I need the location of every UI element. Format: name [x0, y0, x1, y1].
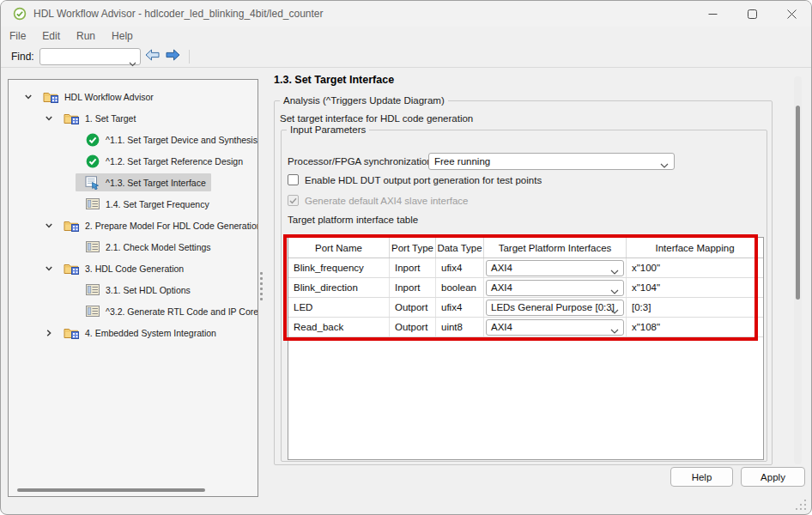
tree-item-1-2-set-target-reference-design[interactable]: ^1.2. Set Target Reference Design — [9, 150, 258, 172]
tree-item-1-set-target[interactable]: 1. Set Target — [9, 107, 258, 129]
column-header-port-name: Port Name — [288, 238, 390, 258]
tree-item-2-prepare-model-for-hdl-code-generation[interactable]: 2. Prepare Model For HDL Code Generation — [9, 215, 258, 236]
tree-item-4-embedded-system-integration[interactable]: 4. Embedded System Integration — [9, 322, 258, 343]
cell-interface-mapping: x"108" — [627, 318, 763, 336]
window-resize-grip[interactable] — [796, 500, 806, 510]
tree-item-label: 3. HDL Code Generation — [85, 264, 184, 274]
tree-item-3-2-generate-rtl-code-and-ip-core[interactable]: ^3.2. Generate RTL Code and IP Core — [9, 300, 258, 322]
window-title: HDL Workflow Advisor - hdlcoder_led_blin… — [33, 8, 324, 20]
chevron-down-icon[interactable] — [43, 114, 55, 123]
minimize-button[interactable] — [693, 1, 732, 27]
task-description: Set target interface for HDL code genera… — [280, 113, 473, 124]
help-button[interactable]: Help — [670, 467, 733, 487]
tree-item-1-3-set-target-interface[interactable]: ^1.3. Set Target Interface — [9, 172, 258, 193]
cell-target-interface: AXI4 — [484, 318, 627, 336]
find-input[interactable] — [39, 48, 141, 65]
cell-interface-mapping: [0:3] — [627, 298, 763, 317]
tree-item-body: 3.1. Set HDL Options — [76, 281, 196, 299]
menu-help[interactable]: Help — [112, 30, 133, 42]
tree-item-2-1-check-model-settings[interactable]: 2.1. Check Model Settings — [9, 236, 258, 258]
interface-select[interactable]: LEDs General Purpose [0:3] — [486, 300, 624, 316]
check-circle-icon — [84, 133, 100, 147]
folder-icon — [64, 219, 80, 232]
cell-port-name: Blink_frequency — [288, 258, 390, 277]
tree-item-body: ^1.1. Set Target Device and Synthesis To… — [76, 130, 258, 148]
interface-select[interactable]: AXI4 — [486, 280, 624, 296]
checkbox-checked-icon — [288, 195, 299, 206]
interface-selected-value: AXI4 — [491, 263, 512, 273]
cell-port-name: Read_back — [288, 318, 390, 336]
menu-file[interactable]: File — [9, 30, 26, 42]
find-back-button[interactable] — [144, 49, 161, 64]
target-platform-interface-table: Port NamePort TypeData TypeTarget Platfo… — [288, 237, 764, 460]
tree-item-label: 4. Embedded System Integration — [85, 328, 216, 338]
cell-port-type: Inport — [390, 278, 436, 297]
hdl-workflow-advisor-window: HDL Workflow Advisor - hdlcoder_led_blin… — [0, 0, 812, 515]
tree-item-body: ^3.2. Generate RTL Code and IP Core — [76, 302, 258, 320]
toolbar-separator — [189, 50, 190, 64]
cell-data-type: ufix4 — [436, 298, 484, 317]
menu-edit[interactable]: Edit — [42, 30, 60, 42]
cell-port-type: Inport — [390, 258, 436, 277]
tree-item-body: 2. Prepare Model For HDL Code Generation — [55, 216, 258, 234]
maximize-button[interactable] — [732, 1, 772, 27]
cell-data-type: ufix4 — [436, 258, 484, 277]
interface-select[interactable]: AXI4 — [486, 319, 624, 336]
tree-item-label: ^1.1. Set Target Device and Synthesis To… — [106, 135, 258, 145]
chevron-right-icon[interactable] — [43, 329, 55, 337]
find-forward-button[interactable] — [165, 49, 182, 64]
tree-item-body: ^1.3. Set Target Interface — [76, 173, 211, 191]
check-circle-icon — [84, 154, 100, 168]
close-button[interactable] — [772, 1, 811, 27]
title-bar: HDL Workflow Advisor - hdlcoder_led_blin… — [1, 1, 811, 27]
chevron-down-icon[interactable] — [43, 264, 55, 273]
menu-run[interactable]: Run — [76, 30, 95, 42]
tree-item-body: 1.4. Set Target Frequency — [76, 195, 215, 213]
cell-target-interface: LEDs General Purpose [0:3] — [484, 298, 627, 317]
interface-table-label: Target platform interface table — [288, 215, 418, 225]
tree-item-label: 2.1. Check Model Settings — [106, 242, 211, 252]
tree-item-3-hdl-code-generation[interactable]: 3. HDL Code Generation — [9, 258, 258, 279]
tree-item-1-1-set-target-device-and-synthesis-tool[interactable]: ^1.1. Set Target Device and Synthesis To… — [9, 129, 258, 150]
cell-data-type: boolean — [436, 278, 484, 297]
cell-port-type: Outport — [390, 318, 436, 336]
page-title: 1.3. Set Target Interface — [274, 74, 394, 86]
folder-icon — [64, 326, 80, 339]
tree-item-body: 1. Set Target — [55, 109, 141, 127]
tree-item-body: 3. HDL Code Generation — [55, 259, 189, 277]
tree-horizontal-scrollbar[interactable] — [17, 488, 205, 492]
chevron-down-icon[interactable] — [22, 93, 34, 101]
chevron-down-icon[interactable] — [43, 221, 55, 230]
tree-item-label: ^3.2. Generate RTL Code and IP Core — [106, 306, 258, 317]
cell-port-name: Blink_direction — [288, 278, 390, 297]
workflow-tree-panel: HDL Workflow Advisor1. Set Target^1.1. S… — [8, 79, 258, 497]
tree-item-label: 1. Set Target — [85, 113, 136, 124]
tree-item-3-1-set-hdl-options[interactable]: 3.1. Set HDL Options — [9, 279, 258, 300]
column-header-interface-mapping: Interface Mapping — [627, 238, 763, 258]
folder-icon — [43, 90, 59, 103]
cell-interface-mapping: x"104" — [627, 278, 763, 297]
axi4-slave-checkbox: Generate default AXI4 slave interface — [288, 195, 469, 206]
tree-item-1-4-set-target-frequency[interactable]: 1.4. Set Target Frequency — [9, 193, 258, 215]
tree-item-body: 2.1. Check Model Settings — [76, 238, 216, 256]
menu-bar: FileEditRunHelp — [1, 27, 811, 45]
folder-icon — [64, 262, 80, 275]
tree-item-hdl-workflow-advisor[interactable]: HDL Workflow Advisor — [9, 86, 258, 107]
cell-data-type: uint8 — [436, 318, 484, 336]
panel-splitter-handle[interactable] — [260, 272, 263, 303]
axi4-slave-checkbox-label: Generate default AXI4 slave interface — [305, 196, 469, 206]
arrow-left-icon — [145, 49, 160, 64]
apply-button[interactable]: Apply — [741, 467, 805, 487]
sync-label: Processor/FPGA synchronization: — [288, 156, 435, 167]
test-points-checkbox[interactable]: Enable HDL DUT output port generation fo… — [288, 174, 542, 185]
sync-select[interactable]: Free running — [428, 153, 675, 170]
interface-select[interactable]: AXI4 — [486, 260, 624, 276]
chevron-down-icon — [129, 55, 136, 70]
tree-item-body: HDL Workflow Advisor — [34, 88, 159, 106]
cell-target-interface: AXI4 — [484, 258, 627, 277]
analysis-group-label: Analysis (^Triggers Update Diagram) — [280, 95, 448, 106]
column-header-target-platform-interfaces: Target Platform Interfaces — [484, 238, 627, 258]
panel-scrollbar-thumb[interactable] — [796, 106, 800, 300]
chevron-down-icon — [610, 286, 619, 296]
chevron-down-icon — [610, 325, 619, 336]
